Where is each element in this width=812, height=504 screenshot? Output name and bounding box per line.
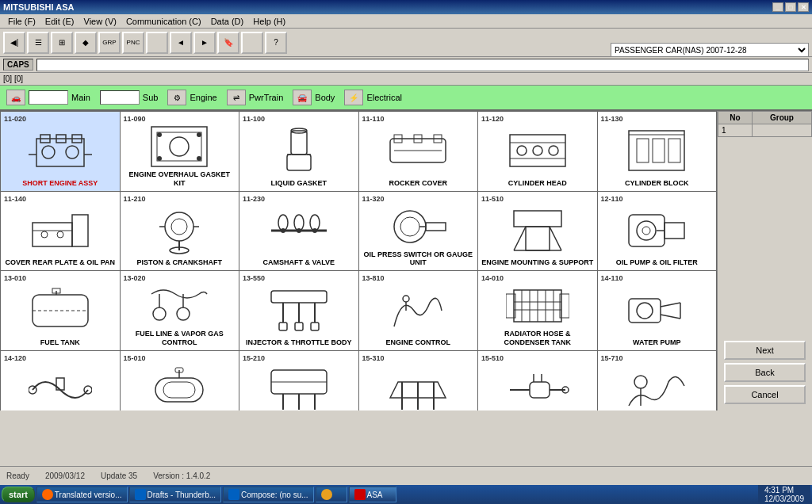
part-image xyxy=(386,127,450,174)
taskbar-item-thunderbird[interactable]: Drafts - Thunderb... xyxy=(129,487,222,502)
caps-input[interactable] xyxy=(36,59,809,71)
menu-communication[interactable]: Communication (C) xyxy=(121,17,206,26)
tab-pwrtrain[interactable]: ⇌ PwrTrain xyxy=(227,90,284,105)
toolbar-back-btn[interactable]: ◀| xyxy=(3,32,25,54)
part-cell-15010[interactable]: 15-010 AIR CLEANER xyxy=(121,351,240,410)
taskbar-item-firefox[interactable]: Translated versio... xyxy=(36,487,128,502)
toolbar-empty2-btn[interactable] xyxy=(241,32,263,54)
tab-electrical[interactable]: ⚡ Electrical xyxy=(344,90,402,105)
menu-view[interactable]: View (V) xyxy=(79,17,121,26)
part-cell-11230[interactable]: 11-230 CAMSHAFT & VALVE xyxy=(239,192,359,272)
part-number: 15-510 xyxy=(481,354,504,362)
part-cell-15210[interactable]: 15-210 INLET MANIFOLD xyxy=(239,351,359,410)
toolbar-bookmark-btn[interactable]: 🔖 xyxy=(217,32,239,54)
minimize-button[interactable]: _ xyxy=(772,2,783,12)
menu-data[interactable]: Data (D) xyxy=(206,17,249,26)
part-cell-11320[interactable]: 11-320 OIL PRESS SWITCH OR GAUGE UNIT xyxy=(359,192,479,272)
electrical-icon: ⚡ xyxy=(344,90,363,105)
caps-bar: CAPS xyxy=(0,57,812,73)
window-controls[interactable]: _ □ ✕ xyxy=(772,2,809,12)
tab-body[interactable]: 🚘 Body xyxy=(293,90,335,105)
taskbar-item-asa[interactable]: ASA xyxy=(349,487,396,502)
vehicle-selector-area: PASSENGER CAR(NAS) 2007-12-28 xyxy=(611,43,809,57)
part-name: FUEL LINE & VAPOR GAS CONTROL xyxy=(124,330,236,347)
svg-rect-36 xyxy=(33,223,72,246)
taskbar-item-compose[interactable]: Compose: (no su... xyxy=(223,487,313,502)
part-cell-11120[interactable]: 11-120 CYLINDER HEAD xyxy=(478,112,598,192)
toolbar-next-btn[interactable]: ► xyxy=(193,32,216,54)
svg-point-55 xyxy=(400,217,419,236)
toolbar-pnc-btn[interactable]: PNC xyxy=(122,32,144,54)
svg-point-12 xyxy=(157,156,162,161)
part-number: 11-210 xyxy=(124,195,146,203)
toolbar-grid-btn[interactable]: ⊞ xyxy=(51,32,73,54)
close-button[interactable]: ✕ xyxy=(798,2,809,12)
part-cell-11210[interactable]: 11-210 PISTON & CRANKSHAFT xyxy=(121,192,240,272)
tab-sub[interactable]: Sub xyxy=(100,90,159,105)
toolbar-empty-btn[interactable] xyxy=(146,32,168,54)
part-cell-14110[interactable]: 14-110 WATER PUMP xyxy=(598,271,718,351)
parts-grid-container[interactable]: 11-020 SHORT ENGINE ASSY11-090 ENGINE OV… xyxy=(0,111,717,410)
part-cell-11100[interactable]: 11-100 LIQUID GASKET xyxy=(239,112,359,192)
part-cell-13010[interactable]: 13-010 FUEL TANK xyxy=(1,271,121,351)
part-name: LIQUID GASKET xyxy=(270,179,327,188)
part-image xyxy=(625,287,688,334)
maximize-button[interactable]: □ xyxy=(785,2,796,12)
part-image xyxy=(147,366,211,410)
part-cell-15510[interactable]: 15-510 EXHAUST PIPE & MUFFLER xyxy=(478,351,598,410)
tab-engine[interactable]: ⚙ Engine xyxy=(167,90,216,105)
toolbar-list-btn[interactable]: ☰ xyxy=(27,32,49,54)
svg-point-121 xyxy=(634,376,647,388)
toolbar-help-btn[interactable]: ? xyxy=(265,32,287,54)
car-icon: 🚗 xyxy=(6,90,25,105)
part-cell-13550[interactable]: 13-550 INJECTOR & THROTTLE BODY xyxy=(239,271,359,351)
menu-edit[interactable]: Edit (E) xyxy=(40,17,79,26)
part-cell-11140[interactable]: 11-140 COVER REAR PLATE & OIL PAN xyxy=(1,192,121,272)
svg-point-52 xyxy=(297,228,301,233)
start-button[interactable]: start xyxy=(2,487,35,502)
part-cell-11020[interactable]: 11-020 SHORT ENGINE ASSY xyxy=(1,112,121,192)
part-number: 11-090 xyxy=(124,115,146,123)
body-icon: 🚘 xyxy=(293,90,312,105)
menu-file[interactable]: File (F) xyxy=(3,17,40,26)
part-cell-14120[interactable]: 14-120 WATER PIPE & THERMOSTAT xyxy=(1,351,121,410)
pwrtrain-label: PwrTrain xyxy=(249,93,284,102)
part-image xyxy=(386,366,450,410)
part-cell-11110[interactable]: 11-110 ROCKER COVER xyxy=(359,112,479,192)
part-cell-14010[interactable]: 14-010 RADIATOR HOSE & CONDENSER TANK xyxy=(478,271,598,351)
folder-icon xyxy=(321,489,332,500)
part-image xyxy=(147,282,211,330)
part-cell-11090[interactable]: 11-090 ENGINE OVERHAUL GASKET KIT xyxy=(121,112,240,192)
part-number: 11-510 xyxy=(481,195,504,203)
next-button[interactable]: Next xyxy=(724,341,806,360)
part-image xyxy=(29,127,92,174)
part-cell-15310[interactable]: 15-310 EXHAUST MANIFOLD xyxy=(359,351,479,410)
taskbar-item-label-0: Translated versio... xyxy=(55,491,122,499)
part-cell-13810[interactable]: 13-810 ENGINE CONTROL xyxy=(359,271,479,351)
toolbar-diamond-btn[interactable]: ◆ xyxy=(75,32,97,54)
svg-point-72 xyxy=(153,307,166,320)
toolbar-grp-btn[interactable]: GRP xyxy=(98,32,121,54)
part-image xyxy=(506,207,569,254)
svg-rect-25 xyxy=(510,135,565,166)
back-button[interactable]: Back xyxy=(724,363,806,382)
cancel-button[interactable]: Cancel xyxy=(724,385,806,404)
row-no: 1 xyxy=(718,124,753,137)
taskbar-item-folder[interactable] xyxy=(316,487,347,502)
sub-input[interactable] xyxy=(100,90,140,105)
part-cell-12110[interactable]: 12-110 OIL PUMP & OIL FILTER xyxy=(598,192,718,272)
main-input[interactable] xyxy=(29,90,68,105)
tab-main[interactable]: 🚗 Main xyxy=(6,90,90,105)
part-image xyxy=(147,207,211,254)
part-cell-11510[interactable]: 11-510 ENGINE MOUNTING & SUPPORT xyxy=(478,192,598,272)
svg-rect-80 xyxy=(279,323,287,330)
menu-bar: File (F) Edit (E) View (V) Communication… xyxy=(0,14,812,29)
part-cell-13020[interactable]: 13-020 FUEL LINE & VAPOR GAS CONTROL xyxy=(121,271,240,351)
toolbar-prev-btn[interactable]: ◄ xyxy=(170,32,192,54)
part-cell-15710[interactable]: 15-710 EMISSION CONTROL xyxy=(598,351,718,410)
part-cell-11130[interactable]: 11-130 CYLINDER BLOCK xyxy=(598,112,718,192)
menu-help[interactable]: Help (H) xyxy=(248,17,290,26)
taskbar-clock: 4:31 PM12/03/2009 xyxy=(758,485,810,504)
vehicle-select[interactable]: PASSENGER CAR(NAS) 2007-12-28 xyxy=(611,43,809,57)
table-row[interactable]: 1 xyxy=(718,124,812,137)
